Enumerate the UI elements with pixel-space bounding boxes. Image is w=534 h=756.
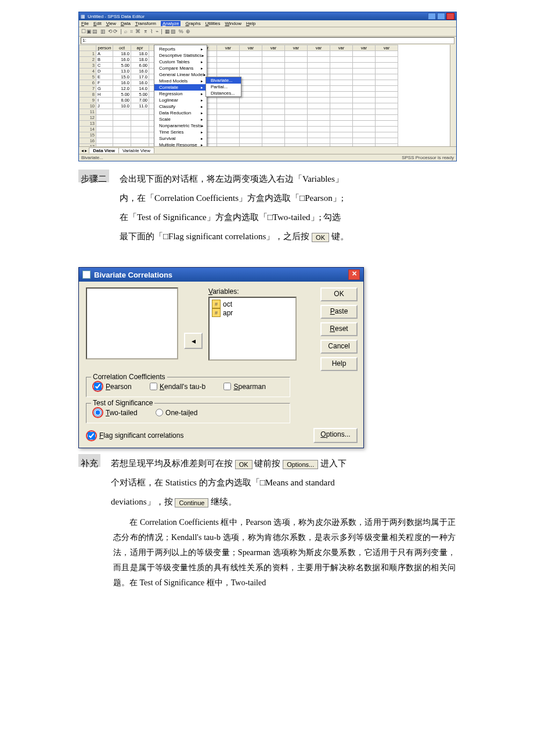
- menuitem-regression[interactable]: Regression▸: [154, 91, 207, 97]
- ok-button[interactable]: OK: [320, 287, 358, 301]
- spss-data-editor-window: ▦ Untitled - SPSS Data Editor File Edit …: [78, 12, 457, 161]
- col-var[interactable]: var: [285, 45, 308, 51]
- menuitem-timeseries[interactable]: Time Series▸: [154, 129, 207, 135]
- col-var[interactable]: var: [262, 45, 285, 51]
- menuitem-classify[interactable]: Classify▸: [154, 103, 207, 110]
- table-row[interactable]: 13: [80, 121, 398, 127]
- col-var[interactable]: var: [353, 45, 376, 51]
- col-rownum: [80, 45, 96, 51]
- menu-window[interactable]: Window: [225, 21, 241, 26]
- table-row[interactable]: 1A18.018.0: [80, 51, 398, 57]
- menuitem-glm[interactable]: General Linear Model▸: [154, 71, 207, 78]
- spss-cell-ref[interactable]: 1:: [81, 37, 454, 44]
- col-var[interactable]: var: [376, 45, 398, 51]
- menuitem-mixed[interactable]: Mixed Models▸: [154, 78, 207, 84]
- menu-transform[interactable]: Transform: [135, 21, 156, 26]
- variable-item-oct[interactable]: # oct: [212, 300, 293, 308]
- spss-titlebar: ▦ Untitled - SPSS Data Editor: [79, 12, 456, 20]
- analyze-dropdown: Reports▸ Descriptive Statistics▸ Custom …: [154, 45, 207, 146]
- status-right: SPSS Processor is ready: [402, 155, 454, 160]
- cancel-button[interactable]: Cancel: [320, 340, 358, 354]
- table-row[interactable]: 15: [80, 132, 398, 138]
- table-row[interactable]: 17: [80, 144, 398, 147]
- reset-button[interactable]: Reset: [320, 322, 358, 336]
- options-button[interactable]: Options...: [313, 428, 358, 443]
- table-row[interactable]: 10J10.011.0: [80, 103, 398, 109]
- table-row[interactable]: 4D13.016.0: [80, 69, 398, 74]
- table-row[interactable]: 9I8.007.00: [80, 98, 398, 103]
- pearson-check-input[interactable]: [94, 383, 102, 390]
- menuitem-loglinear[interactable]: Loglinear▸: [154, 97, 207, 103]
- table-row[interactable]: 16: [80, 138, 398, 144]
- table-row[interactable]: 14: [80, 127, 398, 132]
- maximize-button[interactable]: [437, 13, 445, 20]
- menuitem-reports[interactable]: Reports▸: [154, 46, 207, 52]
- options-inline-button[interactable]: Options...: [283, 460, 318, 469]
- spss-toolbar[interactable]: ☐▣▤ ▥ ⟲⟳ | ⌕ ⌗ ⌘ ⌆ ⌇ ⌁ | ▦▧ % ⊕: [79, 27, 456, 37]
- table-row[interactable]: 2B16.018.0: [80, 57, 398, 63]
- menu-analyze[interactable]: Analyze: [161, 21, 181, 26]
- pearson-checkbox[interactable]: Pearson: [92, 381, 132, 392]
- variables-listbox[interactable]: # oct # apr: [208, 297, 297, 361]
- two-tailed-radio[interactable]: Two-tailed: [92, 407, 138, 418]
- status-left: Bivariate...: [81, 155, 103, 160]
- col-var[interactable]: var: [308, 45, 330, 51]
- menuitem-comparemeans[interactable]: Compare Means▸: [154, 65, 207, 71]
- col-oct[interactable]: oct: [113, 45, 131, 51]
- source-variable-listbox[interactable]: [86, 287, 178, 359]
- menuitem-multresp[interactable]: Multiple Response▸: [154, 142, 207, 146]
- kendall-check-input[interactable]: [150, 383, 157, 390]
- tab-data-view[interactable]: Data View: [89, 147, 119, 153]
- menuitem-customtables[interactable]: Custom Tables▸: [154, 59, 207, 65]
- spearman-check-input[interactable]: [223, 383, 231, 390]
- two-tailed-input[interactable]: [94, 409, 102, 416]
- spss-data-grid-area: person oct apr var var var var var var v…: [79, 45, 456, 146]
- submenu-bivariate[interactable]: Bivariate...: [206, 77, 241, 84]
- menuitem-survival[interactable]: Survival▸: [154, 135, 207, 142]
- tab-variable-view[interactable]: Variable View: [118, 147, 154, 153]
- spss-menubar: File Edit View Data Transform Analyze Gr…: [79, 20, 456, 27]
- table-row[interactable]: 3C5.006.00: [80, 63, 398, 69]
- help-button[interactable]: Help: [320, 357, 358, 371]
- menu-utilities[interactable]: Utilities: [205, 21, 221, 26]
- menu-view[interactable]: View: [106, 21, 116, 26]
- menuitem-correlate[interactable]: Correlate▸: [154, 84, 207, 91]
- submenu-partial[interactable]: Partial...: [206, 84, 241, 90]
- continue-inline-button[interactable]: Continue: [175, 498, 208, 507]
- table-row[interactable]: 12: [80, 115, 398, 121]
- flag-checkbox[interactable]: Flag significant correlations: [86, 430, 183, 441]
- flag-check-input[interactable]: [88, 432, 95, 440]
- menuitem-nonpar[interactable]: Nonparametric Tests▸: [154, 123, 207, 129]
- menu-file[interactable]: File: [81, 21, 89, 26]
- col-person[interactable]: person: [96, 45, 113, 51]
- col-var[interactable]: var: [240, 45, 262, 51]
- paste-button[interactable]: Paste: [320, 305, 358, 319]
- menu-edit[interactable]: Edit: [93, 21, 102, 26]
- menu-help[interactable]: Help: [246, 21, 255, 26]
- menuitem-scale[interactable]: Scale▸: [154, 116, 207, 123]
- minimize-button[interactable]: [428, 13, 436, 20]
- supplement-label: 补充: [78, 454, 100, 467]
- col-var[interactable]: var: [217, 45, 240, 51]
- submenu-distances[interactable]: Distances...: [206, 90, 241, 96]
- menu-graphs[interactable]: Graphs: [185, 21, 200, 26]
- menu-data[interactable]: Data: [121, 21, 131, 26]
- kendall-checkbox[interactable]: Kendall's tau-b: [150, 383, 205, 391]
- scale-variable-icon: #: [212, 300, 221, 308]
- menuitem-datared[interactable]: Data Reduction▸: [154, 110, 207, 116]
- col-apr[interactable]: apr: [131, 45, 149, 51]
- move-right-button[interactable]: ◂: [184, 333, 203, 349]
- ok-inline-button2[interactable]: OK: [235, 460, 252, 469]
- close-button[interactable]: [446, 13, 454, 20]
- menuitem-descriptive[interactable]: Descriptive Statistics▸: [154, 52, 207, 59]
- vertical-scrollbar[interactable]: [450, 45, 456, 146]
- dialog-close-button[interactable]: ✕: [348, 269, 360, 280]
- table-row[interactable]: 11: [80, 109, 398, 115]
- one-tailed-input[interactable]: [156, 409, 163, 416]
- variable-item-apr[interactable]: # apr: [212, 308, 293, 317]
- col-var[interactable]: var: [330, 45, 353, 51]
- window-title: Untitled - SPSS Data Editor: [88, 14, 145, 19]
- ok-inline-button[interactable]: OK: [312, 233, 329, 242]
- spearman-checkbox[interactable]: Spearman: [223, 383, 265, 391]
- one-tailed-radio[interactable]: One-tailed: [156, 409, 197, 417]
